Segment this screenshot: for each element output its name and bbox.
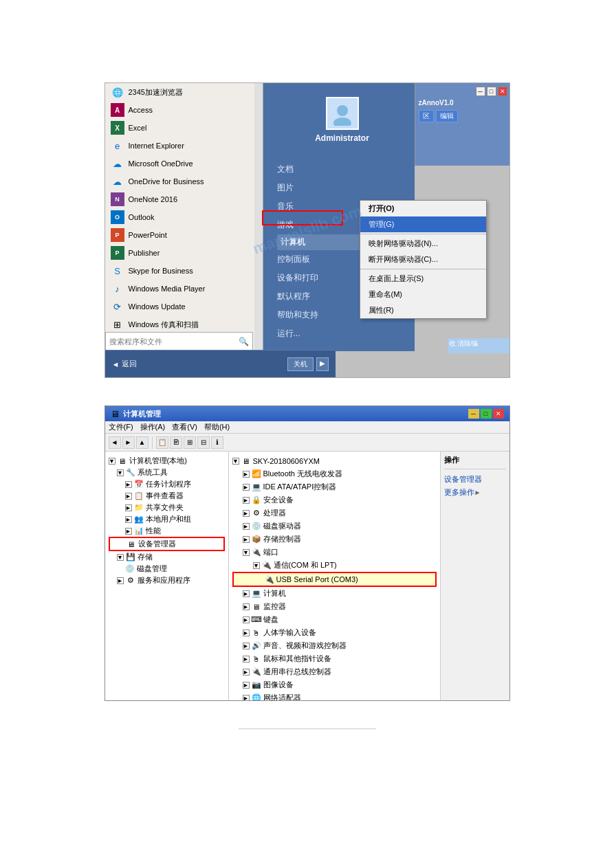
menu-item-ie[interactable]: e Internet Explorer bbox=[105, 137, 263, 155]
right-action-device-mgr[interactable]: 设备管理器 bbox=[444, 473, 506, 486]
center-disk[interactable]: ► 💿 磁盘驱动器 bbox=[232, 520, 437, 533]
center-usb-serial[interactable]: 🔌 USB Serial Port (COM3) bbox=[232, 572, 437, 587]
menu-label: Excel bbox=[129, 124, 147, 132]
right-more-actions-row: 更多操作 ► bbox=[444, 486, 506, 499]
expand-icon-kbd: ► bbox=[243, 616, 250, 623]
center-usb-ctrl[interactable]: ► 🔌 通用串行总线控制器 bbox=[232, 665, 437, 678]
menu-item-publisher[interactable]: P Publisher bbox=[105, 244, 263, 262]
menu-item-skype[interactable]: S Skype for Business bbox=[105, 262, 263, 280]
back-button[interactable]: ◄ 返回 bbox=[112, 359, 138, 369]
taskbar-btn-zone[interactable]: 区 bbox=[419, 110, 434, 122]
center-cpu-label: 处理器 bbox=[263, 508, 286, 518]
menu-file[interactable]: 文件(F) bbox=[109, 422, 133, 432]
right-menu-wenjian[interactable]: 文档 bbox=[277, 160, 408, 179]
menu-item-onedrive[interactable]: ☁ Microsoft OneDrive bbox=[105, 155, 263, 173]
ctx-show-desktop[interactable]: 在桌面上显示(S) bbox=[360, 271, 486, 287]
start-bottom: ◄ 返回 关机 ▶ bbox=[105, 350, 336, 377]
center-cpu[interactable]: ► ⚙ 处理器 bbox=[232, 507, 437, 520]
ctx-disconnect[interactable]: 断开网络驱动器(C)... bbox=[360, 252, 486, 267]
menu-item-onedrive-biz[interactable]: ☁ OneDrive for Business bbox=[105, 173, 263, 190]
tree-performance[interactable]: ► 📊 性能 bbox=[109, 525, 225, 537]
center-monitor[interactable]: ► 🖥 监控器 bbox=[232, 600, 437, 613]
event-icon: 📋 bbox=[134, 491, 144, 501]
tree-shared-folders[interactable]: ► 📁 共享文件夹 bbox=[109, 502, 225, 513]
win-close[interactable]: ✕ bbox=[498, 87, 507, 96]
ctx-map-drive[interactable]: 映射网络驱动器(N)... bbox=[360, 236, 486, 252]
ctx-open[interactable]: 打开(O) bbox=[360, 201, 486, 216]
menu-item-wmp[interactable]: ♪ Windows Media Player bbox=[105, 280, 263, 298]
taskbar-btn-edit[interactable]: 编辑 bbox=[436, 110, 458, 122]
tree-shared-label: 共享文件夹 bbox=[146, 502, 184, 513]
center-net-label: 网络适配器 bbox=[263, 693, 301, 700]
tree-task-scheduler[interactable]: ► 📅 任务计划程序 bbox=[109, 478, 225, 490]
menu-action[interactable]: 操作(A) bbox=[140, 422, 166, 432]
center-root[interactable]: ▼ 🖥 SKY-20180606YXM bbox=[232, 455, 437, 467]
shutdown-btn[interactable]: 关机 bbox=[287, 357, 314, 371]
maximize-button[interactable]: □ bbox=[481, 409, 492, 419]
menu-item-outlook[interactable]: O Outlook bbox=[105, 208, 263, 226]
tree-storage[interactable]: ▼ 💾 存储 bbox=[109, 551, 225, 563]
toolbar-t1[interactable]: 📋 bbox=[156, 436, 168, 449]
center-hid[interactable]: ► 🖱 人体学输入设备 bbox=[232, 626, 437, 639]
tree-services[interactable]: ► ⚙ 服务和应用程序 bbox=[109, 575, 225, 586]
center-imaging[interactable]: ► 📷 图像设备 bbox=[232, 678, 437, 691]
center-hid-label: 人体学输入设备 bbox=[263, 627, 316, 638]
right-menu-yunxing[interactable]: 运行... bbox=[277, 324, 408, 343]
tree-device-manager[interactable]: 🖥 设备管理器 bbox=[109, 537, 225, 551]
icon-wmp: ♪ bbox=[111, 282, 124, 296]
shutdown-arrow-btn[interactable]: ▶ bbox=[316, 357, 329, 371]
toolbar-t3[interactable]: ⊞ bbox=[184, 436, 196, 449]
admin-name: Administrator bbox=[315, 133, 369, 143]
scrollbar[interactable] bbox=[254, 83, 263, 351]
menu-view[interactable]: 查看(V) bbox=[172, 422, 197, 432]
toolbar-t4[interactable]: ⊟ bbox=[197, 436, 210, 449]
center-computer[interactable]: ► 💻 计算机 bbox=[232, 587, 437, 600]
expand-icon-img: ► bbox=[243, 682, 250, 689]
win-restore[interactable]: □ bbox=[487, 87, 496, 96]
minimize-button[interactable]: ─ bbox=[468, 409, 479, 419]
right-action-arrow: ► bbox=[474, 489, 481, 496]
svc-icon: ⚙ bbox=[126, 576, 135, 586]
menu-label: OneNote 2016 bbox=[129, 195, 178, 203]
tree-event-viewer[interactable]: ► 📋 事件查看器 bbox=[109, 490, 225, 502]
center-ports[interactable]: ▼ 🔌 端口 bbox=[232, 546, 437, 559]
tree-local-users[interactable]: ► 👥 本地用户和组 bbox=[109, 513, 225, 525]
menu-item-2345[interactable]: 🌐 2345加速浏览器 bbox=[105, 83, 263, 101]
center-network[interactable]: ► 🌐 网络适配器 bbox=[232, 691, 437, 700]
menu-item-excel[interactable]: X Excel bbox=[105, 119, 263, 137]
tree-root-item[interactable]: ▼ 🖥 计算机管理(本地) bbox=[109, 455, 225, 467]
center-keyboard[interactable]: ► ⌨ 键盘 bbox=[232, 613, 437, 626]
search-bar[interactable]: 🔍 bbox=[105, 332, 253, 351]
menu-item-ppt[interactable]: P PowerPoint bbox=[105, 226, 263, 244]
toolbar-forward[interactable]: ► bbox=[122, 436, 135, 449]
ctx-properties[interactable]: 属性(R) bbox=[360, 302, 486, 318]
expand-icon-svc: ► bbox=[117, 577, 124, 584]
center-mouse[interactable]: ► 🖱 鼠标和其他指针设备 bbox=[232, 652, 437, 665]
tree-disk-mgmt[interactable]: 💿 磁盘管理 bbox=[109, 563, 225, 575]
menu-help[interactable]: 帮助(H) bbox=[204, 422, 230, 432]
menu-item-fax[interactable]: ⊞ Windows 传真和扫描 bbox=[105, 315, 263, 333]
toolbar-t5[interactable]: ℹ bbox=[211, 436, 223, 449]
center-com-lpt[interactable]: ▼ 🔌 通信(COM 和 LPT) bbox=[232, 559, 437, 572]
search-input[interactable] bbox=[109, 337, 239, 346]
menu-item-onenote[interactable]: N OneNote 2016 bbox=[105, 190, 263, 208]
toolbar-up[interactable]: ▲ bbox=[136, 436, 149, 449]
center-security[interactable]: ► 🔒 安全设备 bbox=[232, 493, 437, 507]
menu-item-wu[interactable]: ⟳ Windows Update bbox=[105, 298, 263, 315]
center-audio[interactable]: ► 🔊 声音、视频和游戏控制器 bbox=[232, 639, 437, 652]
win-minimize[interactable]: ─ bbox=[476, 87, 485, 96]
menu-item-access[interactable]: A Access bbox=[105, 101, 263, 119]
search-icon[interactable]: 🔍 bbox=[239, 337, 249, 346]
tree-system-tools[interactable]: ▼ 🔧 系统工具 bbox=[109, 467, 225, 478]
ctx-rename[interactable]: 重命名(M) bbox=[360, 287, 486, 302]
ctx-manage[interactable]: 管理(G) bbox=[360, 216, 486, 232]
center-storage-ctrl[interactable]: ► 📦 存储控制器 bbox=[232, 533, 437, 546]
toolbar-back[interactable]: ◄ bbox=[109, 436, 121, 449]
right-action-more[interactable]: 更多操作 bbox=[444, 486, 474, 499]
right-menu-tupian[interactable]: 图片 bbox=[277, 179, 408, 197]
close-button[interactable]: ✕ bbox=[493, 409, 504, 419]
center-ide[interactable]: ► 💻 IDE ATA/ATAPI控制器 bbox=[232, 480, 437, 493]
toolbar-t2[interactable]: 🖹 bbox=[170, 436, 182, 449]
center-bluetooth[interactable]: ► 📶 Bluetooth 无线电收发器 bbox=[232, 467, 437, 480]
bluetooth-icon: 📶 bbox=[252, 469, 261, 479]
